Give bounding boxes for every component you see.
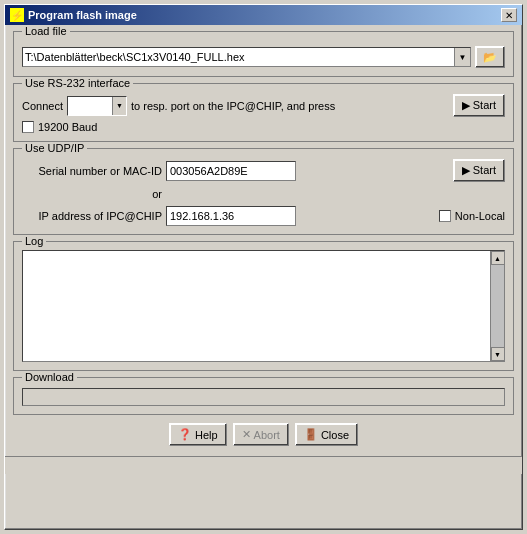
log-title: Log <box>22 235 46 247</box>
ip-input[interactable] <box>166 206 296 226</box>
log-area[interactable]: ▲ ▼ <box>22 250 505 362</box>
title-bar: ⚡ Program flash image ✕ <box>5 5 522 25</box>
baud-label: 19200 Baud <box>38 121 97 133</box>
close-window-button[interactable]: ✕ <box>501 8 517 22</box>
close-icon: 🚪 <box>304 428 318 441</box>
progress-bar-container <box>22 388 505 406</box>
rs232-connect-row: Connect ▼ to resp. port on the IPC@CHIP,… <box>22 94 505 117</box>
load-file-group: Load file T:\Datenblätter\beck\SC1x3V014… <box>13 31 514 77</box>
download-title: Download <box>22 371 77 383</box>
rs232-title: Use RS-232 interface <box>22 77 133 89</box>
browse-button[interactable]: 📂 <box>475 46 505 68</box>
help-icon: ❓ <box>178 428 192 441</box>
window-title: Program flash image <box>28 9 137 21</box>
browse-icon: 📂 <box>483 51 497 64</box>
udp-group: Use UDP/IP Serial number or MAC-ID ▶ Sta… <box>13 148 514 235</box>
or-row: or <box>22 188 505 200</box>
load-file-row: T:\Datenblätter\beck\SC1x3V0140_FULL.hex… <box>22 46 505 68</box>
load-file-title: Load file <box>22 25 70 37</box>
scroll-up-btn[interactable]: ▲ <box>491 251 505 265</box>
abort-label: Abort <box>254 429 280 441</box>
scroll-track <box>491 265 504 347</box>
or-label: or <box>22 188 162 200</box>
file-path-dropdown[interactable]: T:\Datenblätter\beck\SC1x3V0140_FULL.hex… <box>22 47 471 67</box>
log-group: Log ▲ ▼ <box>13 241 514 371</box>
baud-row: 19200 Baud <box>22 121 505 133</box>
scroll-down-btn[interactable]: ▼ <box>491 347 505 361</box>
rs232-group: Use RS-232 interface Connect ▼ to resp. … <box>13 83 514 142</box>
download-group: Download <box>13 377 514 415</box>
dropdown-arrow-icon: ▼ <box>454 48 470 66</box>
close-label: Close <box>321 429 349 441</box>
serial-row: Serial number or MAC-ID ▶ Start <box>22 159 505 182</box>
serial-label: Serial number or MAC-ID <box>22 165 162 177</box>
rs232-start-button[interactable]: ▶ Start <box>453 94 505 117</box>
main-window: ⚡ Program flash image ✕ Load file T:\Dat… <box>4 4 523 530</box>
connect-label: Connect <box>22 100 63 112</box>
ip-label: IP address of IPC@CHIP <box>22 210 162 222</box>
log-scrollbar[interactable]: ▲ ▼ <box>490 251 504 361</box>
com-dropdown-arrow: ▼ <box>112 97 126 115</box>
serial-input[interactable] <box>166 161 296 181</box>
baud-checkbox[interactable] <box>22 121 34 133</box>
window-icon: ⚡ <box>10 8 24 22</box>
nonlocal-label: Non-Local <box>455 210 505 222</box>
help-button[interactable]: ❓ Help <box>169 423 227 446</box>
title-bar-left: ⚡ Program flash image <box>10 8 137 22</box>
ip-row: IP address of IPC@CHIP Non-Local <box>22 206 505 226</box>
nonlocal-checkbox[interactable] <box>439 210 451 222</box>
close-button[interactable]: 🚪 Close <box>295 423 358 446</box>
abort-button[interactable]: ✕ Abort <box>233 423 289 446</box>
bottom-buttons: ❓ Help ✕ Abort 🚪 Close <box>13 423 514 446</box>
status-bar <box>5 456 522 474</box>
nonlocal-row: Non-Local <box>439 210 505 222</box>
content-area: Load file T:\Datenblätter\beck\SC1x3V014… <box>5 25 522 452</box>
udp-title: Use UDP/IP <box>22 142 87 154</box>
resp-label: to resp. port on the IPC@CHIP, and press <box>131 100 449 112</box>
abort-icon: ✕ <box>242 428 251 441</box>
udp-start-button[interactable]: ▶ Start <box>453 159 505 182</box>
help-label: Help <box>195 429 218 441</box>
file-path-text: T:\Datenblätter\beck\SC1x3V0140_FULL.hex <box>25 51 468 63</box>
com-port-dropdown[interactable]: ▼ <box>67 96 127 116</box>
